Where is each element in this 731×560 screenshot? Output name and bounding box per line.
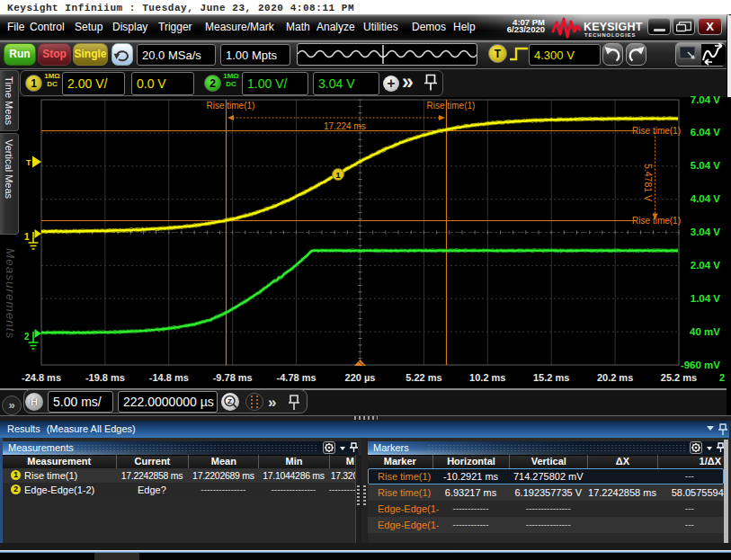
svg-text:T: T xyxy=(26,158,31,167)
svg-text:1: 1 xyxy=(335,171,340,180)
svg-text:1.04 V: 1.04 V xyxy=(691,293,721,304)
svg-text:10.2 ms: 10.2 ms xyxy=(469,372,505,383)
svg-text:-24.8 ms: -24.8 ms xyxy=(22,372,61,383)
svg-text:Z: Z xyxy=(227,397,232,405)
svg-text:25.2 ms: 25.2 ms xyxy=(661,372,697,383)
svg-text:-14.8 ms: -14.8 ms xyxy=(149,372,189,383)
svg-text:6.04 V: 6.04 V xyxy=(691,127,721,138)
svg-text:5.4781 V: 5.4781 V xyxy=(643,164,654,201)
svg-text:Rise time(1): Rise time(1) xyxy=(427,101,476,111)
svg-text:Rise time(1): Rise time(1) xyxy=(632,126,681,136)
svg-text:7.04 V: 7.04 V xyxy=(691,94,721,105)
svg-text:17.224 ms: 17.224 ms xyxy=(324,121,366,131)
svg-text:2: 2 xyxy=(719,372,725,383)
svg-text:1: 1 xyxy=(24,232,30,242)
svg-text:40 mV: 40 mV xyxy=(690,326,720,337)
svg-text:-9.78 ms: -9.78 ms xyxy=(213,372,253,383)
svg-text:Rise time(1): Rise time(1) xyxy=(632,216,681,226)
svg-text:-4.78 ms: -4.78 ms xyxy=(277,372,316,383)
svg-text:3.04 V: 3.04 V xyxy=(691,227,721,237)
svg-text:20.2 ms: 20.2 ms xyxy=(597,372,633,383)
svg-text:2: 2 xyxy=(24,332,30,342)
svg-text:5.22 ms: 5.22 ms xyxy=(406,372,441,383)
svg-text:2.04 V: 2.04 V xyxy=(691,260,721,271)
svg-text:-19.8 ms: -19.8 ms xyxy=(85,372,125,383)
svg-text:4.04 V: 4.04 V xyxy=(691,193,721,204)
svg-text:-960 mV: -960 mV xyxy=(681,360,720,370)
svg-text:Rise time(1): Rise time(1) xyxy=(207,101,255,111)
svg-text:220 µs: 220 µs xyxy=(345,372,376,383)
svg-text:5.04 V: 5.04 V xyxy=(691,160,721,171)
svg-text:15.2 ms: 15.2 ms xyxy=(533,372,569,383)
